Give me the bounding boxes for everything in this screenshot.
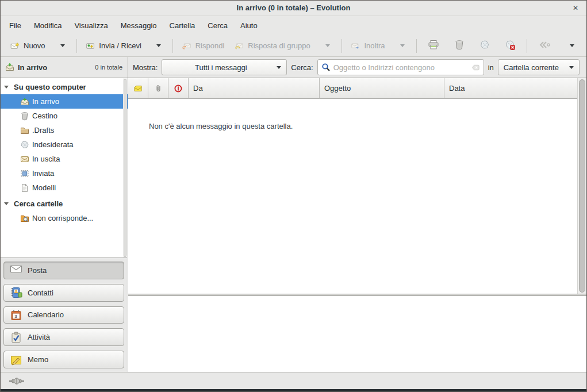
send-receive-dropdown[interactable] [147, 41, 168, 50]
not-junk-button[interactable] [497, 37, 523, 55]
new-dropdown[interactable] [51, 41, 72, 50]
message-area: Da Oggetto Data Non c'è alcun messaggio … [128, 78, 586, 372]
scrollbar-thumb[interactable] [124, 79, 126, 257]
reply-group-dropdown[interactable] [316, 41, 337, 50]
toolbar-separator [342, 39, 342, 53]
show-filter-dropdown[interactable]: Tutti i messaggi [162, 59, 287, 75]
switcher-memo-button[interactable]: Memo [3, 351, 124, 368]
scrollbar-thumb[interactable] [579, 79, 585, 293]
main-area: Su questo computer In arrivo Cestino [1, 78, 586, 372]
folder-label: Non corrisponde... [32, 214, 93, 222]
show-filter-value: Tutti i messaggi [167, 63, 274, 72]
tree-group-on-this-computer[interactable]: Su questo computer [1, 80, 128, 94]
trash-icon [20, 112, 29, 121]
previous-message-icon [539, 41, 553, 51]
forward-button-label: Inoltra [364, 41, 385, 50]
folder-tree: Su questo computer In arrivo Cestino [1, 78, 128, 258]
switcher-label: Calendario [28, 310, 64, 319]
forward-button[interactable]: Inoltra [346, 39, 390, 53]
overflow-caret-icon [570, 44, 574, 47]
delete-button[interactable] [447, 37, 472, 55]
forward-icon [351, 41, 360, 51]
menu-cerca[interactable]: Cerca [201, 17, 234, 34]
menu-cartella[interactable]: Cartella [163, 17, 202, 34]
forward-dropdown[interactable] [390, 41, 412, 50]
message-list-body[interactable]: Non c'è alcun messaggio in questa cartel… [128, 99, 577, 294]
sidebar-item-non-corrisponde[interactable]: Non corrisponde... [1, 211, 128, 225]
status-bar [1, 372, 586, 389]
menu-file[interactable]: File [3, 17, 28, 34]
filter-bar: In arrivo 0 in totale Mostra: Tutti i me… [1, 57, 586, 78]
tree-group-cerca-cartelle[interactable]: Cerca cartelle [1, 197, 128, 211]
column-da[interactable]: Da [189, 78, 320, 99]
search-input[interactable] [333, 63, 469, 72]
reply-button[interactable]: Rispondi [177, 39, 230, 53]
message-list-scrollbar[interactable] [577, 78, 586, 294]
new-button[interactable]: Nuovo [5, 39, 51, 53]
search-folder-icon [20, 214, 29, 223]
template-icon [20, 183, 29, 193]
attachment-icon [154, 84, 163, 93]
toolbar-overflow-button[interactable] [560, 41, 582, 50]
in-label: in [488, 63, 494, 72]
dropdown-caret-icon [569, 66, 574, 69]
switcher-calendario-button[interactable]: 3 Calendario [3, 306, 124, 324]
column-oggetto[interactable]: Oggetto [320, 78, 444, 99]
toolbar-separator [527, 39, 527, 53]
switcher-contatti-button[interactable]: Contatti [3, 284, 124, 302]
folder-sidebar: Su questo computer In arrivo Cestino [1, 78, 128, 372]
expander-icon[interactable] [4, 86, 9, 89]
search-entry[interactable] [317, 59, 484, 75]
dropdown-caret-icon [400, 44, 405, 47]
send-receive-button[interactable]: Invia / Ricevi [80, 39, 147, 53]
inbox-icon [5, 63, 14, 72]
tree-group-label: Cerca cartelle [14, 199, 63, 208]
dropdown-caret-icon [60, 44, 65, 47]
search-scope-dropdown[interactable]: Cartella corrente [498, 59, 580, 75]
reply-group-icon [235, 41, 244, 51]
column-attachment[interactable] [148, 78, 168, 99]
search-scope-value: Cartella corrente [504, 63, 567, 72]
clear-search-icon[interactable] [471, 63, 480, 72]
reply-icon [182, 41, 191, 51]
message-status-icon [133, 84, 143, 93]
switcher-posta-button[interactable]: Posta [3, 262, 124, 279]
print-button[interactable] [420, 37, 447, 55]
menu-visualizza[interactable]: Visualizza [68, 17, 114, 34]
sidebar-scrollbar[interactable] [123, 78, 127, 258]
inbox-icon [20, 97, 29, 106]
message-list-header: Da Oggetto Data [128, 78, 577, 99]
column-priority[interactable] [168, 78, 189, 99]
menu-bar: File Modifica Visualizza Messaggio Carte… [1, 16, 586, 35]
sidebar-item-modelli[interactable]: Modelli [1, 180, 128, 195]
dropdown-caret-icon [156, 44, 161, 47]
column-message-status[interactable] [128, 78, 148, 99]
dropdown-caret-icon [277, 66, 281, 69]
close-button[interactable]: ✕ [570, 3, 581, 13]
reply-button-label: Rispondi [195, 41, 225, 50]
sidebar-item-in-uscita[interactable]: In uscita [1, 152, 128, 166]
menu-modifica[interactable]: Modifica [28, 17, 68, 34]
empty-folder-message: Non c'è alcun messaggio in questa cartel… [149, 122, 577, 130]
junk-button[interactable] [472, 37, 497, 55]
sidebar-item-indesiderata[interactable]: Indesiderata [1, 137, 128, 152]
search-label: Cerca: [291, 63, 313, 72]
switcher-attivita-button[interactable]: Attività [3, 328, 124, 346]
show-label: Mostra: [133, 63, 158, 72]
current-folder-name: In arrivo [18, 63, 47, 72]
network-status-icon[interactable] [9, 377, 25, 385]
reply-group-button[interactable]: Risposta di gruppo [229, 39, 315, 53]
contacts-icon [10, 287, 22, 298]
switcher-label: Attività [28, 333, 50, 341]
previous-message-button[interactable] [531, 38, 560, 53]
memo-icon [10, 354, 22, 366]
sidebar-item-cestino[interactable]: Cestino [1, 109, 128, 123]
sidebar-item-in-arrivo[interactable]: In arrivo [1, 94, 128, 109]
sidebar-item-drafts[interactable]: .Drafts [1, 123, 128, 137]
sidebar-item-inviata[interactable]: Inviata [1, 166, 128, 180]
menu-messaggio[interactable]: Messaggio [114, 17, 163, 34]
expander-icon[interactable] [4, 202, 9, 205]
menu-aiuto[interactable]: Aiuto [234, 17, 264, 34]
column-data[interactable]: Data [444, 78, 577, 99]
folder-label: In arrivo [32, 97, 59, 106]
